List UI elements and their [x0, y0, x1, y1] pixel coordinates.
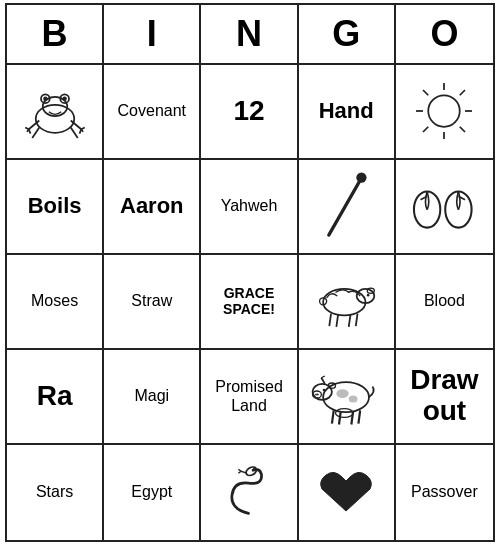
svg-point-26 — [356, 172, 366, 182]
svg-point-5 — [62, 96, 66, 100]
svg-point-46 — [317, 394, 319, 396]
header-g: G — [299, 5, 396, 63]
cell-4-4 — [299, 350, 396, 445]
cell-3-3: GRACESPACE! — [201, 255, 298, 350]
draw-out-text: Drawout — [410, 365, 478, 427]
heart-icon — [316, 463, 376, 521]
frog-icon — [20, 75, 90, 148]
snake-icon — [221, 463, 276, 521]
svg-line-15 — [70, 127, 77, 138]
sun-moon-icon — [409, 76, 479, 146]
svg-point-24 — [429, 95, 461, 127]
ra-text: Ra — [37, 380, 73, 412]
promised-land-text: PromisedLand — [215, 377, 283, 415]
cell-2-5 — [396, 160, 493, 255]
cell-3-2: Straw — [104, 255, 201, 350]
cell-1-5 — [396, 65, 493, 160]
svg-point-56 — [245, 465, 258, 477]
svg-line-38 — [355, 313, 357, 325]
lamb-icon — [309, 270, 384, 333]
cell-2-4 — [299, 160, 396, 255]
svg-line-49 — [321, 376, 325, 378]
svg-point-41 — [336, 389, 348, 398]
cell-2-2: Aaron — [104, 160, 201, 255]
svg-line-35 — [329, 313, 331, 325]
cell-1-2: Covenant — [104, 65, 201, 160]
cell-2-3: Yahweh — [201, 160, 298, 255]
cell-4-5: Drawout — [396, 350, 493, 445]
aaron-text: Aaron — [120, 193, 184, 219]
cow-icon — [309, 362, 384, 430]
svg-point-47 — [322, 389, 325, 392]
bingo-grid: Covenant 12 Hand — [7, 65, 493, 540]
svg-line-21 — [460, 127, 465, 132]
cell-5-5: Passover — [396, 445, 493, 540]
cell-1-4: Hand — [299, 65, 396, 160]
svg-point-57 — [253, 468, 256, 471]
magi-text: Magi — [134, 386, 169, 405]
bingo-header: B I N G O — [7, 5, 493, 65]
cell-4-1: Ra — [7, 350, 104, 445]
svg-line-25 — [329, 175, 363, 235]
grace-space-text: GRACESPACE! — [223, 285, 275, 317]
svg-line-54 — [358, 410, 360, 423]
cell-5-2: Egypt — [104, 445, 201, 540]
cell-1-3: 12 — [201, 65, 298, 160]
cell-4-2: Magi — [104, 350, 201, 445]
svg-point-34 — [366, 293, 369, 296]
staff-icon — [316, 170, 376, 243]
cell-2-1: Boils — [7, 160, 104, 255]
cell-5-3 — [201, 445, 298, 540]
svg-line-36 — [336, 314, 338, 326]
svg-line-23 — [423, 127, 428, 132]
header-n: N — [201, 5, 298, 63]
yahweh-text: Yahweh — [221, 196, 278, 215]
cell-5-4 — [299, 445, 396, 540]
svg-point-42 — [348, 395, 357, 402]
svg-line-51 — [332, 410, 334, 423]
stars-text: Stars — [36, 482, 73, 501]
svg-point-55 — [335, 409, 353, 418]
svg-line-60 — [239, 471, 242, 473]
svg-line-48 — [321, 378, 325, 384]
bingo-card: B I N G O — [5, 3, 495, 542]
header-o: O — [396, 5, 493, 63]
header-b: B — [7, 5, 104, 63]
svg-point-0 — [35, 104, 74, 132]
svg-line-14 — [32, 127, 39, 138]
cell-3-1: Moses — [7, 255, 104, 350]
cell-3-5: Blood — [396, 255, 493, 350]
cell-5-1: Stars — [7, 445, 104, 540]
passover-text: Passover — [411, 482, 478, 501]
svg-point-3 — [43, 96, 47, 100]
blood-text: Blood — [424, 291, 465, 310]
svg-line-20 — [423, 90, 428, 95]
svg-line-9 — [28, 129, 30, 133]
cell-1-1 — [7, 65, 104, 160]
cell-4-3: PromisedLand — [201, 350, 298, 445]
twelve-text: 12 — [233, 95, 264, 127]
svg-line-37 — [348, 314, 350, 326]
svg-line-52 — [339, 411, 341, 424]
svg-line-22 — [460, 90, 465, 95]
hand-text: Hand — [319, 98, 374, 124]
straw-text: Straw — [131, 291, 172, 310]
flipflops-icon — [409, 175, 479, 238]
covenant-text: Covenant — [118, 101, 187, 120]
header-i: I — [104, 5, 201, 63]
egypt-text: Egypt — [131, 482, 172, 501]
svg-point-31 — [323, 288, 365, 314]
svg-point-45 — [315, 394, 317, 396]
svg-line-13 — [79, 129, 81, 133]
boils-text: Boils — [28, 193, 82, 219]
moses-text: Moses — [31, 291, 78, 310]
cell-3-4 — [299, 255, 396, 350]
